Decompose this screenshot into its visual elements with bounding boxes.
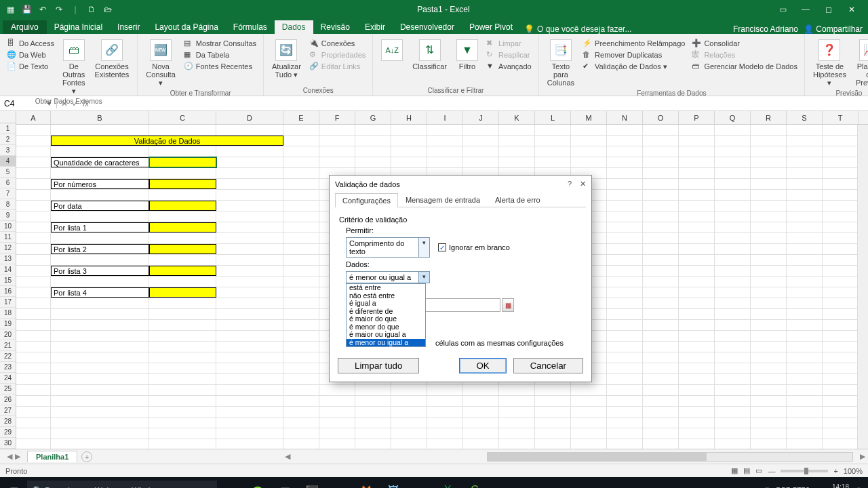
cell[interactable]	[16, 168, 51, 178]
redo-icon[interactable]: ↷	[53, 3, 65, 16]
cell[interactable]	[283, 407, 319, 417]
cell[interactable]	[51, 342, 149, 352]
tray-clock[interactable]: 14:1820/11/2015	[815, 484, 849, 488]
cell[interactable]	[607, 146, 643, 157]
cell[interactable]	[499, 407, 535, 417]
cell[interactable]	[51, 309, 149, 319]
cell[interactable]	[463, 439, 499, 449]
cell[interactable]	[51, 418, 149, 428]
new-icon[interactable]: 🗋	[85, 3, 98, 16]
cell[interactable]	[571, 428, 607, 439]
cell[interactable]	[216, 352, 283, 363]
cell[interactable]	[823, 233, 859, 243]
cell[interactable]	[751, 233, 787, 243]
cell[interactable]	[319, 385, 355, 395]
row-header[interactable]: 7	[0, 188, 16, 199]
camtasia-icon[interactable]: C	[461, 477, 488, 488]
cell[interactable]	[751, 352, 787, 363]
cell[interactable]	[51, 211, 149, 222]
tab-review[interactable]: Revisão	[313, 20, 357, 34]
cell[interactable]	[715, 146, 751, 157]
cell[interactable]	[715, 179, 751, 189]
row-header[interactable]: 21	[0, 340, 16, 351]
cell[interactable]	[751, 179, 787, 189]
cell[interactable]	[643, 407, 679, 417]
cell[interactable]	[463, 407, 499, 417]
cell[interactable]	[751, 266, 787, 276]
cell[interactable]	[499, 385, 535, 395]
cell[interactable]	[319, 439, 355, 449]
row-header[interactable]: 6	[0, 178, 16, 188]
row-header[interactable]: 22	[0, 351, 16, 362]
data-option[interactable]: está entre	[347, 284, 425, 292]
data-option[interactable]: é maior do que	[347, 315, 425, 323]
cell[interactable]	[319, 418, 355, 428]
cell[interactable]	[149, 146, 216, 157]
cell[interactable]	[216, 179, 283, 189]
cell[interactable]	[787, 363, 823, 373]
cell[interactable]	[149, 244, 216, 254]
cell[interactable]	[715, 439, 751, 449]
cell[interactable]	[571, 125, 607, 135]
cell[interactable]	[643, 418, 679, 428]
cell[interactable]	[283, 439, 319, 449]
firefox-icon[interactable]: 🦊	[353, 477, 380, 488]
cell[interactable]	[643, 396, 679, 406]
row-header[interactable]: 2	[0, 134, 16, 145]
cell[interactable]	[679, 331, 715, 341]
cell[interactable]	[643, 439, 679, 449]
taskbar-search[interactable]: 🔍 Pesquisar na Web e no Windows	[27, 481, 217, 488]
cell[interactable]	[283, 418, 319, 428]
cell[interactable]	[571, 407, 607, 417]
allow-select[interactable]: Comprimento do texto▾	[346, 237, 430, 258]
sheet-tab[interactable]: Planilha1	[27, 451, 77, 462]
cell[interactable]	[823, 385, 859, 395]
cell[interactable]	[823, 320, 859, 330]
filter-btn[interactable]: ▼Filtro	[454, 38, 481, 72]
cell[interactable]	[535, 125, 571, 135]
cell[interactable]	[607, 352, 643, 363]
cell[interactable]	[679, 428, 715, 439]
cell[interactable]	[643, 136, 679, 146]
cell[interactable]	[823, 352, 859, 363]
ignore-blank-check[interactable]: ✓Ignorar em branco	[438, 243, 510, 251]
edit-links[interactable]: 🔗Editar Links	[308, 61, 367, 72]
cell[interactable]	[51, 396, 149, 406]
close-icon[interactable]: ✕	[842, 5, 861, 14]
cell[interactable]	[51, 320, 149, 330]
tab-insert[interactable]: Inserir	[110, 20, 147, 34]
other-sources[interactable]: 🗃De Outras Fontes ▾	[60, 38, 88, 96]
row-header[interactable]: 11	[0, 232, 16, 243]
cell[interactable]: Validação de Dados	[51, 136, 283, 146]
cell[interactable]	[787, 407, 823, 417]
cell[interactable]	[16, 287, 51, 298]
cell[interactable]	[787, 277, 823, 287]
col-header[interactable]: C	[149, 111, 216, 124]
cell[interactable]	[149, 211, 216, 222]
from-text[interactable]: 📄De Texto	[5, 61, 56, 72]
cell[interactable]	[319, 428, 355, 439]
col-header[interactable]: J	[463, 111, 499, 124]
data-select[interactable]: é menor ou igual a▾	[346, 271, 582, 283]
cell[interactable]	[643, 201, 679, 211]
cell[interactable]	[283, 385, 319, 395]
open-icon[interactable]: 🗁	[102, 3, 114, 16]
cell[interactable]	[787, 157, 823, 167]
cell[interactable]	[823, 439, 859, 449]
cell[interactable]	[216, 146, 283, 157]
cell[interactable]	[715, 233, 751, 243]
row-header[interactable]: 25	[0, 384, 16, 394]
cell[interactable]	[715, 396, 751, 406]
col-header[interactable]: N	[607, 111, 643, 124]
advanced[interactable]: ▼Avançado	[485, 61, 533, 72]
cell[interactable]	[715, 298, 751, 308]
cell[interactable]	[149, 342, 216, 352]
row-header[interactable]: 29	[0, 427, 16, 438]
cell[interactable]	[355, 407, 391, 417]
row-header[interactable]: 27	[0, 405, 16, 416]
cell[interactable]	[535, 439, 571, 449]
cell[interactable]	[16, 277, 51, 287]
cell[interactable]	[16, 352, 51, 363]
cell[interactable]	[283, 363, 319, 373]
cell[interactable]	[751, 363, 787, 373]
